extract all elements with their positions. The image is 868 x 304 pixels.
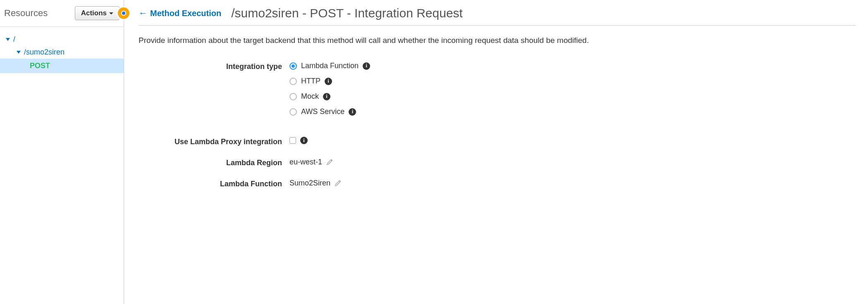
tree-item-label: /	[13, 35, 15, 44]
hint-indicator-icon[interactable]	[118, 7, 129, 19]
radio-option-http[interactable]: HTTP i	[289, 77, 370, 86]
sidebar-header: Resources Actions	[0, 4, 124, 27]
proxy-value: i	[289, 137, 308, 144]
lambda-region-text: eu-west-1	[289, 158, 322, 166]
radio-icon	[289, 78, 297, 85]
pencil-icon[interactable]	[335, 180, 341, 187]
tree-item-label: /sumo2siren	[24, 48, 65, 57]
main-header: ← Method Execution /sumo2siren - POST - …	[139, 6, 856, 26]
radio-label: HTTP	[301, 77, 320, 86]
caret-down-icon	[6, 38, 10, 41]
radio-icon	[289, 108, 297, 116]
info-icon[interactable]: i	[349, 108, 356, 116]
caret-down-icon	[17, 51, 21, 54]
radio-option-lambda[interactable]: Lambda Function i	[289, 62, 370, 70]
arrow-left-icon: ←	[139, 8, 148, 19]
actions-button[interactable]: Actions	[75, 6, 120, 20]
pencil-icon[interactable]	[326, 159, 333, 166]
radio-option-mock[interactable]: Mock i	[289, 92, 370, 101]
actions-button-label: Actions	[81, 9, 107, 17]
resource-tree: / /sumo2siren POST	[0, 27, 124, 73]
tree-item-method[interactable]: POST	[0, 59, 124, 73]
tree-item-resource[interactable]: /sumo2siren	[0, 46, 124, 59]
tree-item-root[interactable]: /	[0, 33, 124, 46]
info-icon[interactable]: i	[363, 62, 370, 70]
info-icon[interactable]: i	[323, 93, 330, 100]
main-content: ← Method Execution /sumo2siren - POST - …	[124, 0, 868, 304]
chevron-down-icon	[109, 12, 113, 14]
radio-icon	[289, 62, 297, 70]
info-icon[interactable]: i	[300, 137, 308, 144]
label-proxy: Use Lambda Proxy integration	[139, 137, 289, 146]
page-description: Provide information about the target bac…	[139, 36, 856, 45]
value-lambda-region: eu-west-1	[289, 158, 333, 166]
info-icon[interactable]: i	[325, 78, 332, 85]
row-lambda-function: Lambda Function Sumo2Siren	[139, 179, 856, 188]
radio-icon	[289, 93, 297, 100]
row-lambda-region: Lambda Region eu-west-1	[139, 158, 856, 167]
row-integration-type: Integration type Lambda Function i HTTP …	[139, 62, 856, 116]
label-lambda-region: Lambda Region	[139, 158, 289, 167]
tree-item-label: POST	[30, 62, 50, 70]
label-integration-type: Integration type	[139, 62, 289, 71]
label-lambda-function: Lambda Function	[139, 179, 289, 188]
radio-label: Lambda Function	[301, 62, 359, 70]
proxy-checkbox[interactable]	[289, 137, 296, 144]
lambda-function-text: Sumo2Siren	[289, 179, 330, 188]
radio-label: Mock	[301, 92, 319, 101]
integration-type-options: Lambda Function i HTTP i Mock i AWS Serv…	[289, 62, 370, 116]
back-link-label: Method Execution	[150, 9, 221, 18]
radio-option-aws[interactable]: AWS Service i	[289, 107, 370, 116]
row-proxy: Use Lambda Proxy integration i	[139, 137, 856, 146]
back-link[interactable]: ← Method Execution	[139, 8, 221, 19]
page-title: /sumo2siren - POST - Integration Request	[231, 6, 463, 20]
value-lambda-function: Sumo2Siren	[289, 179, 341, 188]
resources-title: Resources	[4, 8, 48, 19]
sidebar: Resources Actions / /sumo2siren POST	[0, 0, 124, 304]
radio-label: AWS Service	[301, 107, 344, 116]
